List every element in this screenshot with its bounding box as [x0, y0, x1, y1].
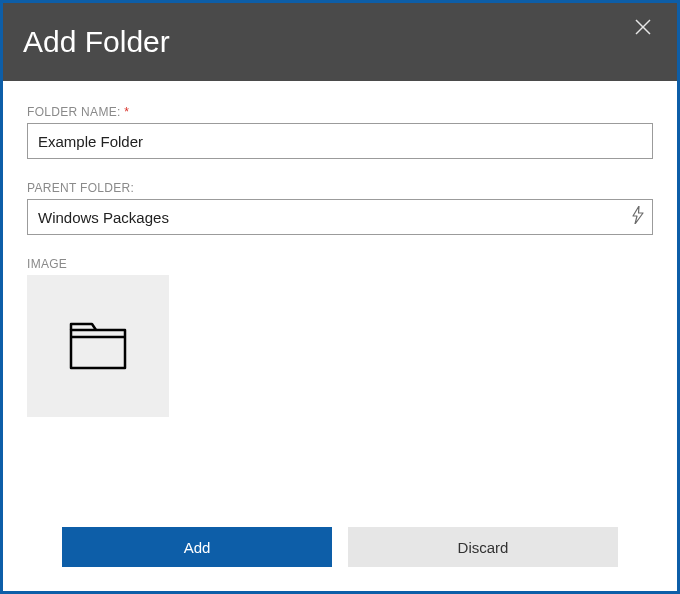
image-tile[interactable] [27, 275, 169, 417]
folder-icon [68, 320, 128, 372]
add-button[interactable]: Add [62, 527, 332, 567]
folder-name-label: FOLDER NAME: * [27, 105, 653, 119]
folder-name-label-text: FOLDER NAME: [27, 105, 121, 119]
folder-name-group: FOLDER NAME: * [27, 105, 653, 159]
close-icon [635, 19, 651, 35]
parent-folder-picker-button[interactable] [631, 206, 645, 228]
discard-button[interactable]: Discard [348, 527, 618, 567]
dialog-titlebar: Add Folder [3, 3, 677, 81]
lightning-bolt-icon [631, 206, 645, 224]
image-group: IMAGE [27, 257, 653, 417]
add-folder-dialog: Add Folder FOLDER NAME: * PARENT FOLDER: [0, 0, 680, 594]
parent-folder-input[interactable] [27, 199, 653, 235]
dialog-footer: Add Discard [3, 509, 677, 591]
parent-folder-group: PARENT FOLDER: [27, 181, 653, 235]
required-indicator: * [124, 105, 129, 119]
image-label: IMAGE [27, 257, 653, 271]
parent-folder-row [27, 199, 653, 235]
parent-folder-label: PARENT FOLDER: [27, 181, 653, 195]
dialog-title: Add Folder [23, 25, 170, 59]
dialog-body: FOLDER NAME: * PARENT FOLDER: IMAGE [3, 81, 677, 509]
folder-name-input[interactable] [27, 123, 653, 159]
close-button[interactable] [629, 13, 657, 43]
